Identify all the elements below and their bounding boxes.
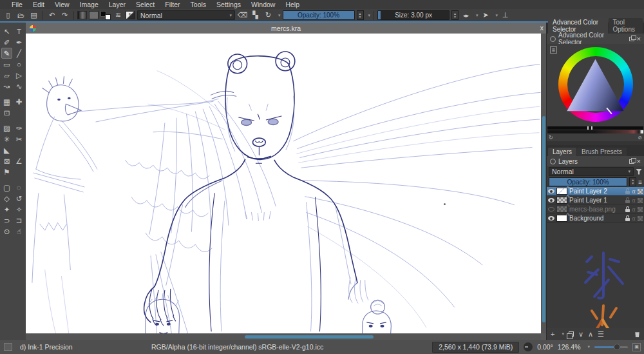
visibility-eye-icon[interactable]	[548, 216, 554, 221]
color-wheel-area[interactable]: ≣	[547, 44, 644, 126]
tool-ellipse[interactable]: ○	[14, 59, 24, 70]
tool-freehand-brush[interactable]: ✎	[1, 48, 12, 59]
menu-edit[interactable]: Edit	[28, 0, 50, 9]
layer-blend-mode-combo[interactable]: Normal ▾	[549, 167, 634, 176]
menu-image[interactable]: Image	[75, 0, 104, 9]
layer-thumbnail[interactable]: ↷	[556, 215, 567, 222]
canvas[interactable]	[26, 34, 541, 333]
wrap-around-icon[interactable]: ⊥	[500, 10, 511, 21]
opacity-spinner[interactable]: ▲▼	[357, 10, 364, 20]
tool-pattern[interactable]: ✳	[1, 133, 12, 144]
tool-gradient[interactable]: ▨	[1, 123, 12, 133]
float-docker-icon[interactable]	[629, 37, 634, 41]
mirror-vertical-icon[interactable]: ➤	[480, 10, 491, 21]
tool-ellipse-select[interactable]: ◌	[14, 182, 24, 193]
alpha-lock-icon[interactable]: α	[632, 188, 636, 195]
tool-pan[interactable]: ☝	[14, 226, 24, 237]
lock-icon[interactable]	[625, 200, 630, 203]
tool-bezier-curve[interactable]: ↝	[1, 81, 12, 92]
tool-freehand-select[interactable]: ↺	[14, 193, 24, 204]
tab-layers[interactable]: Layers	[548, 148, 576, 156]
undo-icon[interactable]: ↶	[46, 10, 57, 21]
menu-settings[interactable]: Settings	[211, 0, 246, 9]
reload-preset-icon[interactable]: ↻	[263, 10, 274, 21]
menu-window[interactable]: Window	[246, 0, 280, 9]
layer-opacity-slider[interactable]: Opacity: 100%	[549, 177, 627, 186]
tool-calligraphy[interactable]: ✒	[14, 37, 24, 48]
tool-bezier-select[interactable]: ⊃	[1, 215, 12, 226]
layer-row[interactable]: ↷ mercs-base.png α	[547, 205, 644, 214]
duplicate-layer-icon[interactable]	[569, 331, 574, 337]
tool-magnetic-select[interactable]: ⊐	[14, 215, 24, 226]
filter-layers-icon[interactable]	[636, 169, 642, 175]
tool-similar-select[interactable]: ✦	[1, 204, 12, 215]
tool-zoom[interactable]: ⊙	[1, 226, 12, 237]
edit-brush-settings-icon[interactable]: ≋	[113, 10, 124, 21]
chevron-down-icon[interactable]: ▾	[368, 13, 371, 18]
close-icon[interactable]: ×	[637, 35, 641, 42]
tool-rect-select[interactable]: ▢	[1, 182, 12, 193]
inherit-alpha-icon[interactable]	[638, 198, 643, 203]
horizontal-scrollbar[interactable]	[245, 335, 374, 339]
inherit-alpha-icon[interactable]	[638, 216, 643, 221]
move-layer-up-icon[interactable]: ∧	[588, 330, 593, 339]
inherit-alpha-icon[interactable]	[638, 207, 643, 212]
open-document-icon[interactable]: 🗁	[15, 10, 26, 21]
alpha-lock-icon[interactable]: α	[632, 215, 636, 222]
close-icon[interactable]: x	[540, 24, 544, 32]
chevron-down-icon[interactable]: ▾	[496, 13, 498, 18]
tool-move[interactable]: ✚	[14, 96, 24, 107]
shade-strip-2[interactable]	[547, 130, 643, 133]
zoom-to-fit-icon[interactable]: ▣	[632, 343, 641, 351]
gradient-swatch[interactable]	[77, 11, 87, 19]
tool-fill[interactable]: ◣	[1, 144, 12, 155]
zoom-slider[interactable]	[594, 346, 628, 348]
lock-icon[interactable]	[625, 218, 630, 221]
disable-shades-icon[interactable]: ⊘	[638, 135, 642, 141]
menu-file[interactable]: File	[6, 0, 28, 9]
layer-opacity-spinner[interactable]: ▲▼	[629, 177, 636, 186]
move-layer-down-icon[interactable]: ∨	[578, 330, 583, 339]
tool-measure[interactable]: ∠	[14, 155, 24, 166]
layer-row[interactable]: ↷ Paint Layer 2 α	[547, 187, 644, 196]
tool-polyline[interactable]: ▷	[14, 70, 24, 81]
brush-preset-icon[interactable]	[4, 343, 12, 351]
size-slider[interactable]: Size: 3.00 px	[377, 10, 450, 20]
strip-handle[interactable]	[587, 126, 589, 130]
opacity-slider[interactable]: Opacity: 100%	[283, 10, 355, 20]
brush-preset-chip[interactable]: ✎	[126, 11, 135, 19]
zoom-value[interactable]: 126.4%	[558, 343, 581, 351]
tool-polygon-select[interactable]: ◇	[1, 193, 12, 204]
selector-settings-icon[interactable]: ≣	[550, 46, 557, 54]
inherit-alpha-icon[interactable]	[638, 189, 643, 194]
lock-icon[interactable]	[625, 209, 630, 212]
rotation-angle-value[interactable]: 0.00°	[537, 343, 553, 351]
layer-thumbnail[interactable]: ↷	[556, 197, 567, 204]
save-icon[interactable]: ▤	[28, 10, 39, 21]
layer-properties-icon[interactable]: ☰	[598, 330, 604, 339]
redo-icon[interactable]: ↷	[59, 10, 70, 21]
float-docker-icon[interactable]	[629, 159, 634, 164]
tool-transform-select[interactable]: ↖	[1, 26, 12, 37]
foreground-background-colors[interactable]	[100, 11, 111, 20]
layer-thumbnail[interactable]: ↷	[556, 188, 567, 195]
chevron-down-icon[interactable]: ▾	[278, 13, 281, 18]
layer-row[interactable]: ↷ Background α	[547, 214, 644, 223]
refresh-shades-icon[interactable]: ↻	[549, 135, 553, 141]
close-icon[interactable]: ×	[637, 158, 641, 164]
chevron-down-icon[interactable]: ▾	[562, 331, 564, 337]
add-layer-button[interactable]: +	[551, 330, 554, 338]
tool-freehand-path[interactable]: ∿	[14, 81, 24, 92]
vertical-scroll-track[interactable]	[541, 34, 546, 333]
size-spinner[interactable]: ▲▼	[451, 10, 459, 20]
preserve-alpha-icon[interactable]: ▚	[250, 10, 261, 21]
canvas-rotation-dial[interactable]	[524, 342, 533, 351]
menu-layer[interactable]: Layer	[104, 0, 131, 9]
tool-text[interactable]: T	[14, 26, 24, 37]
lock-icon[interactable]	[625, 191, 630, 194]
canvas-titlebar[interactable]: mercs.kra x	[26, 23, 546, 34]
tool-edit-shapes[interactable]: ✐	[1, 37, 12, 48]
tool-reference-images[interactable]: ⚑	[1, 166, 12, 177]
tool-colorize-mask[interactable]: ⊠	[1, 155, 12, 166]
shade-strip-1[interactable]	[547, 126, 643, 130]
